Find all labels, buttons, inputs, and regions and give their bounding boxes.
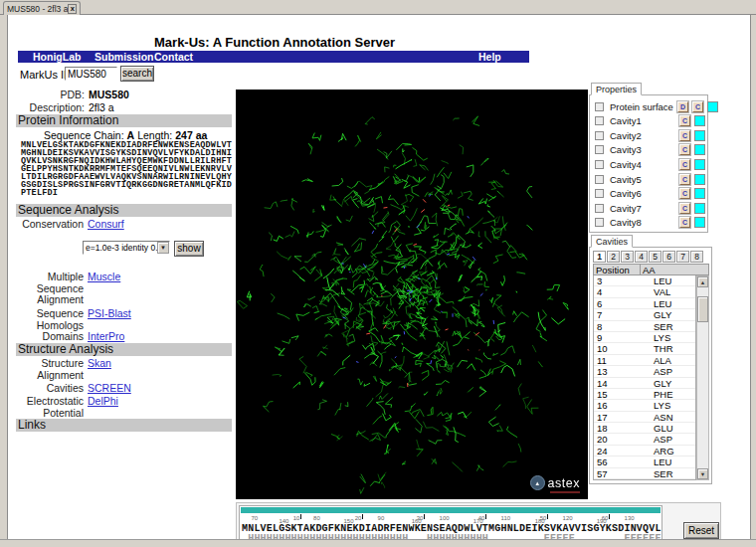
consurf-link[interactable]: Consurf xyxy=(88,219,124,231)
table-row[interactable]: 7 GLY xyxy=(594,309,695,320)
cavities-label: Cavities xyxy=(16,383,84,395)
visibility-checkbox[interactable] xyxy=(595,131,604,140)
skan-link[interactable]: Skan xyxy=(88,358,111,370)
screen-link[interactable]: SCREEN xyxy=(88,383,131,395)
cavity-table-scrollbar[interactable]: ▲ ▼ xyxy=(696,275,709,480)
table-row[interactable]: 15 PHE xyxy=(594,389,695,400)
table-row[interactable]: 16 LYS xyxy=(594,400,695,411)
table-row[interactable]: 18 GLU xyxy=(594,423,695,434)
visibility-checkbox[interactable] xyxy=(595,189,604,198)
tab-cavities[interactable]: Cavities xyxy=(591,235,633,248)
color-button[interactable]: C xyxy=(679,144,690,155)
psiblast-link[interactable]: PSI-Blast xyxy=(88,308,131,320)
cavity-tab[interactable]: 8 xyxy=(690,251,703,263)
cavity-table-header[interactable]: Position AA xyxy=(593,264,709,275)
cell-position: 3 xyxy=(594,275,641,285)
color-swatch[interactable] xyxy=(694,130,705,141)
section-structure-analysis: Structure Analysis xyxy=(16,343,232,356)
ruler-tick xyxy=(362,514,363,519)
window-tab-title: MUS580 - 2fl3 a xyxy=(7,4,68,14)
nav-item[interactable]: Submission xyxy=(94,51,154,63)
color-swatch[interactable] xyxy=(694,159,705,170)
visibility-checkbox[interactable] xyxy=(595,204,604,213)
property-label: Cavity7 xyxy=(610,203,675,214)
ruler-label: 60 xyxy=(602,515,609,521)
properties-row: Cavity4 C xyxy=(590,157,707,172)
visibility-checkbox[interactable] xyxy=(595,116,604,125)
table-row[interactable]: 10 THR xyxy=(594,343,695,354)
ruler-label: 110 xyxy=(501,515,511,521)
interpro-link[interactable]: InterPro xyxy=(88,331,124,343)
chevron-down-icon[interactable]: ▼ xyxy=(157,242,169,254)
cavity-tab[interactable]: 5 xyxy=(649,251,662,263)
scrollbar-thumb[interactable] xyxy=(697,296,708,322)
color-button[interactable]: C xyxy=(679,130,690,141)
show-button[interactable]: show xyxy=(174,241,204,257)
cavity-tab[interactable]: 7 xyxy=(676,251,689,263)
markus-id-input[interactable] xyxy=(65,67,117,81)
color-swatch[interactable] xyxy=(694,203,705,214)
search-button[interactable]: search xyxy=(120,66,154,82)
scroll-up-icon[interactable]: ▲ xyxy=(697,276,708,287)
cavity-tab[interactable]: 3 xyxy=(621,251,634,263)
table-row[interactable]: 11 ALA xyxy=(594,355,695,366)
cavity-tab[interactable]: 4 xyxy=(635,251,648,263)
color-swatch[interactable] xyxy=(694,115,705,126)
color-button[interactable]: C xyxy=(679,217,690,228)
color-button[interactable]: C xyxy=(679,203,690,214)
column-position[interactable]: Position xyxy=(594,265,641,274)
table-row[interactable]: 13 ASP xyxy=(594,366,695,377)
table-row[interactable]: 24 ARG xyxy=(594,446,695,456)
conservation-row: Conservation Consurf xyxy=(16,219,124,231)
structure-alignment-row: Structure Alignment Skan xyxy=(16,358,111,381)
table-row[interactable]: 6 LEU xyxy=(594,298,695,309)
cell-aa: VAL xyxy=(641,286,695,296)
table-row[interactable]: 17 ASN xyxy=(594,412,695,423)
window-tab[interactable]: MUS580 - 2fl3 a x xyxy=(3,1,81,15)
ruler-label: 90 xyxy=(378,515,385,521)
table-row[interactable]: 57 SER xyxy=(594,468,695,479)
visibility-checkbox[interactable] xyxy=(595,102,604,111)
column-aa[interactable]: AA xyxy=(641,265,708,274)
color-button[interactable]: C xyxy=(679,159,690,170)
protein-wireframe-canvas[interactable] xyxy=(236,90,588,499)
nav-item[interactable]: Contact xyxy=(154,51,193,63)
color-button[interactable]: C xyxy=(679,115,690,126)
homolog-filter-select[interactable]: e=1.0e-3 identity 0.8 ▼ xyxy=(83,241,170,255)
visibility-checkbox[interactable] xyxy=(595,175,604,184)
table-row[interactable]: 8 SER xyxy=(594,321,695,332)
delphi-link[interactable]: DelPhi xyxy=(88,396,118,408)
color-swatch[interactable] xyxy=(694,217,705,228)
cavity-tab[interactable]: 2 xyxy=(607,251,620,263)
color-button[interactable]: C xyxy=(679,188,690,199)
color-button[interactable]: C xyxy=(692,101,703,112)
sequence-overview-bar[interactable] xyxy=(241,507,661,513)
table-row[interactable]: 14 GLY xyxy=(594,378,695,389)
color-swatch[interactable] xyxy=(694,188,705,199)
cavity-tab[interactable]: 6 xyxy=(662,251,675,263)
visibility-checkbox[interactable] xyxy=(595,218,604,227)
color-swatch[interactable] xyxy=(707,101,718,112)
visibility-checkbox[interactable] xyxy=(595,145,604,154)
visibility-checkbox[interactable] xyxy=(595,160,604,169)
molecule-viewer[interactable]: ▲ astex xyxy=(236,90,588,499)
color-swatch[interactable] xyxy=(694,144,705,155)
muscle-link[interactable]: Muscle xyxy=(88,272,120,283)
table-row[interactable]: 56 LEU xyxy=(594,456,695,467)
cell-position: 11 xyxy=(594,355,641,365)
table-row[interactable]: 9 LYS xyxy=(594,332,695,343)
tab-properties[interactable]: Properties xyxy=(591,83,642,95)
cavity-tab[interactable]: 1 xyxy=(593,251,606,263)
display-button[interactable]: D xyxy=(677,101,688,112)
reset-button[interactable]: Reset xyxy=(683,522,719,539)
color-button[interactable]: C xyxy=(679,174,690,185)
table-row[interactable]: 20 ASP xyxy=(594,434,695,445)
nav-item[interactable]: HonigLab xyxy=(33,51,81,63)
homologs-label: Sequence Homologs xyxy=(16,308,84,331)
table-row[interactable]: 4 VAL xyxy=(594,286,695,297)
scroll-down-icon[interactable]: ▼ xyxy=(697,468,708,479)
table-row[interactable]: 3 LEU xyxy=(594,275,695,286)
color-swatch[interactable] xyxy=(694,174,705,185)
nav-item-help[interactable]: Help xyxy=(478,51,501,63)
close-icon[interactable]: x xyxy=(68,4,77,14)
